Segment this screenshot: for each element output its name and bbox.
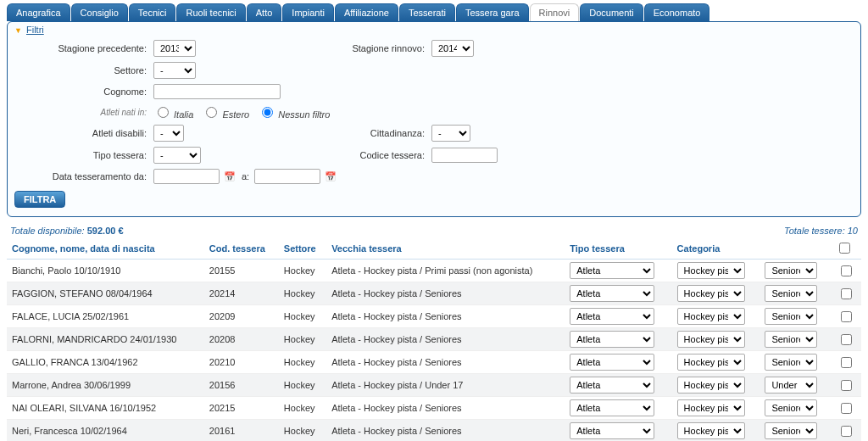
th-nome[interactable]: Cognome, nome, data di nascita — [7, 237, 204, 260]
row-checkbox[interactable] — [841, 357, 852, 368]
label-data-a: a: — [240, 171, 251, 181]
tab-economato[interactable]: Economato — [644, 3, 710, 21]
select-disciplina-row[interactable]: Hockey pista — [677, 331, 745, 348]
cell-disc: Hockey pista — [672, 351, 760, 374]
select-stagione-rinnovo[interactable]: 2014 — [431, 40, 474, 57]
select-tipo-tessera-row[interactable]: Atleta — [570, 285, 654, 302]
cell-cat: Seniores — [760, 282, 830, 305]
tab-consiglio[interactable]: Consiglio — [71, 3, 128, 21]
cell-cat: Seniores — [760, 305, 830, 328]
radio-italia[interactable] — [158, 107, 169, 118]
calendar-icon[interactable]: 📅 — [223, 170, 236, 183]
row-checkbox[interactable] — [841, 311, 852, 322]
radio-estero-label[interactable]: Estero — [202, 104, 249, 120]
select-tipo-tessera-row[interactable]: Atleta — [570, 354, 654, 371]
tab-tessera-gara[interactable]: Tessera gara — [456, 3, 529, 21]
tab-impianti[interactable]: Impianti — [282, 3, 334, 21]
table-row: GALLIO, FRANCA 13/04/196220210HockeyAtle… — [7, 351, 861, 374]
radio-italia-label[interactable]: Italia — [153, 104, 193, 120]
select-disciplina-row[interactable]: Hockey pista — [677, 377, 745, 394]
select-atleti-disabili[interactable]: - — [153, 125, 184, 142]
input-cognome[interactable] — [153, 84, 281, 99]
select-categoria-row[interactable]: Seniores — [765, 308, 817, 325]
select-tipo-tessera-row[interactable]: Atleta — [570, 422, 654, 439]
row-checkbox[interactable] — [841, 380, 852, 391]
th-settore[interactable]: Settore — [279, 237, 326, 260]
calendar-icon[interactable]: 📅 — [324, 170, 337, 183]
totale-tessere-value: 10 — [848, 226, 858, 236]
select-tipo-tessera-row[interactable]: Atleta — [570, 331, 654, 348]
cell-disc: Hockey pista — [672, 260, 760, 282]
row-checkbox[interactable] — [841, 288, 852, 299]
cell-settore: Hockey — [279, 374, 326, 397]
select-categoria-row[interactable]: Seniores — [765, 422, 817, 439]
select-disciplina-row[interactable]: Hockey pista — [677, 262, 745, 279]
row-checkbox[interactable] — [841, 403, 852, 414]
totale-tessere-label: Totale tessere: — [784, 226, 845, 236]
select-cittadinanza[interactable]: - — [431, 125, 470, 142]
select-categoria-row[interactable]: Seniores — [765, 354, 817, 371]
tabs-bar: AnagraficaConsiglioTecniciRuoli tecniciA… — [0, 0, 868, 21]
cell-nome: FALORNI, MANDRICARDO 24/01/1930 — [7, 328, 204, 351]
select-all-checkbox[interactable] — [839, 243, 850, 254]
input-data-a[interactable] — [254, 169, 320, 184]
label-tipo-tessera: Tipo tessera: — [14, 150, 150, 160]
th-tipo[interactable]: Tipo tessera — [565, 237, 671, 260]
cell-cod: 20155 — [204, 260, 279, 282]
select-disciplina-row[interactable]: Hockey pista — [677, 399, 745, 416]
tab-tesserati[interactable]: Tesserati — [399, 3, 455, 21]
select-tipo-tessera-row[interactable]: Atleta — [570, 308, 654, 325]
select-disciplina-row[interactable]: Hockey pista — [677, 285, 745, 302]
results-table: Cognome, nome, data di nascita Cod. tess… — [7, 237, 861, 441]
select-tipo-tessera[interactable]: - — [153, 147, 201, 164]
tab-tecnici[interactable]: Tecnici — [129, 3, 176, 21]
tab-rinnovi[interactable]: Rinnovi — [530, 3, 580, 21]
cell-disc: Hockey pista — [672, 397, 760, 420]
cell-vecchia: Atleta - Hockey pista / Seniores — [326, 282, 565, 305]
select-stagione-precedente[interactable]: 2013 — [153, 40, 196, 57]
select-categoria-row[interactable]: Seniores — [765, 399, 817, 416]
tab-anagrafica[interactable]: Anagrafica — [7, 3, 70, 21]
select-disciplina-row[interactable]: Hockey pista — [677, 354, 745, 371]
radio-nessun[interactable] — [262, 107, 273, 118]
collapse-icon[interactable]: ▼ — [14, 26, 22, 35]
tab-atto[interactable]: Atto — [247, 3, 282, 21]
row-checkbox[interactable] — [841, 334, 852, 345]
cell-disc: Hockey pista — [672, 420, 760, 442]
select-categoria-row[interactable]: Seniores — [765, 331, 817, 348]
row-checkbox[interactable] — [841, 426, 852, 437]
totale-disponibile-label: Totale disponibile: — [10, 226, 85, 236]
select-tipo-tessera-row[interactable]: Atleta — [570, 262, 654, 279]
select-disciplina-row[interactable]: Hockey pista — [677, 422, 745, 439]
tab-documenti[interactable]: Documenti — [580, 3, 643, 21]
tab-affiliazione[interactable]: Affiliazione — [335, 3, 398, 21]
th-cod[interactable]: Cod. tessera — [204, 237, 279, 260]
cell-check — [831, 351, 861, 374]
select-categoria-row[interactable]: Seniores — [765, 262, 817, 279]
input-data-da[interactable] — [153, 169, 220, 184]
tab-ruoli-tecnici[interactable]: Ruoli tecnici — [176, 3, 245, 21]
filtra-button[interactable]: FILTRA — [14, 191, 65, 208]
th-categoria[interactable]: Categoria — [672, 237, 831, 260]
cell-vecchia: Atleta - Hockey pista / Under 17 — [326, 374, 565, 397]
th-vecchia[interactable]: Vecchia tessera — [326, 237, 565, 260]
summary-row: Totale disponibile: 592.00 € Totale tess… — [0, 217, 868, 237]
select-settore[interactable]: - — [153, 62, 196, 79]
th-check[interactable] — [831, 237, 861, 260]
select-disciplina-row[interactable]: Hockey pista — [677, 308, 745, 325]
cell-tipo: Atleta — [565, 374, 671, 397]
select-categoria-row[interactable]: Under 17 — [765, 377, 817, 394]
cell-tipo: Atleta — [565, 260, 671, 282]
label-codice-tessera: Codice tessera: — [326, 150, 428, 160]
input-codice-tessera[interactable] — [431, 148, 498, 163]
cell-check — [831, 260, 861, 282]
label-atleti-disabili: Atleti disabili: — [14, 128, 150, 138]
select-tipo-tessera-row[interactable]: Atleta — [570, 399, 654, 416]
row-checkbox[interactable] — [841, 265, 852, 276]
select-categoria-row[interactable]: Seniores — [765, 285, 817, 302]
filter-toggle-link[interactable]: Filtri — [26, 25, 44, 35]
select-tipo-tessera-row[interactable]: Atleta — [570, 377, 654, 394]
radio-nessun-label[interactable]: Nessun filtro — [258, 104, 330, 120]
table-row: Marrone, Andrea 30/06/199920156HockeyAtl… — [7, 374, 861, 397]
radio-estero[interactable] — [206, 107, 217, 118]
